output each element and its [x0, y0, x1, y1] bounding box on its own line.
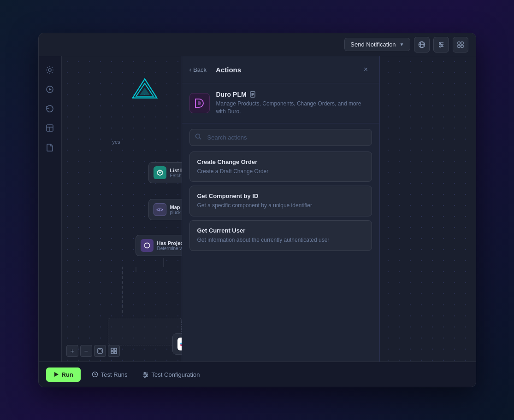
svg-rect-28: [114, 348, 117, 350]
sidebar: [39, 56, 62, 362]
svg-rect-11: [458, 45, 460, 47]
action-desc-create-change-order: Create a Draft Change Order: [197, 168, 364, 175]
zoom-add-button[interactable]: +: [66, 345, 78, 357]
svg-point-7: [441, 44, 443, 45]
search-input[interactable]: [189, 129, 372, 146]
sidebar-item-play[interactable]: [41, 81, 58, 98]
svg-point-37: [146, 374, 147, 376]
integration-desc: Manage Products, Components, Change Orde…: [216, 100, 372, 116]
document-icon: [46, 143, 54, 152]
svg-rect-27: [111, 348, 113, 350]
node-icon-map: </>: [154, 203, 166, 216]
node-icon-list: [154, 166, 166, 179]
sidebar-item-settings[interactable]: [41, 62, 58, 78]
integration-info: Duro PLM Manage Products, Components, Ch…: [216, 91, 372, 116]
document-badge-icon: [249, 91, 256, 98]
history-icon: [46, 105, 54, 113]
search-icon: [195, 134, 201, 141]
yes-label: yes: [112, 139, 120, 145]
search-box: [189, 129, 372, 146]
settings-icon: [46, 66, 54, 74]
plus-icon: +: [70, 347, 74, 355]
app-window: Send Notification ▼: [38, 33, 476, 387]
header: Send Notification ▼: [39, 33, 476, 56]
clock-icon: [92, 371, 98, 378]
integration-name-text: Duro PLM: [216, 91, 247, 98]
action-item-create-change-order[interactable]: Create Change Order Create a Draft Chang…: [189, 152, 372, 182]
logo-node: [117, 70, 172, 107]
svg-marker-15: [49, 88, 52, 91]
fit-icon: [97, 348, 103, 354]
svg-point-6: [439, 42, 441, 43]
globe-button[interactable]: [414, 37, 430, 52]
action-item-get-component[interactable]: Get Component by ID Get a specific compo…: [189, 186, 372, 216]
zoom-fit-button[interactable]: [94, 345, 106, 357]
app-logo: [131, 77, 159, 100]
search-svg: [195, 134, 201, 140]
grid-view-button[interactable]: [453, 37, 468, 52]
svg-point-36: [144, 373, 145, 374]
zoom-grid-button[interactable]: [108, 345, 120, 357]
svg-point-23: [195, 134, 200, 138]
bottom-toolbar: Run Test Runs Test Configuration: [39, 362, 476, 387]
close-icon: ×: [364, 65, 368, 74]
svg-rect-29: [111, 351, 113, 354]
grid-icon: [457, 41, 464, 48]
placeholder-box: [108, 318, 182, 345]
duro-logo-icon: [194, 97, 206, 109]
play-icon: [46, 85, 54, 93]
actions-panel: ‹ Back Actions ×: [182, 56, 380, 362]
run-button[interactable]: Run: [46, 368, 81, 382]
panel-title: Actions: [216, 66, 354, 74]
action-item-get-current-user[interactable]: Get Current User Get information about t…: [189, 220, 372, 251]
main-content: + A yes +: [39, 56, 476, 362]
svg-rect-12: [461, 45, 463, 47]
svg-point-13: [48, 69, 51, 71]
project-icon: [144, 242, 150, 249]
test-runs-button[interactable]: Test Runs: [88, 368, 131, 381]
notification-dropdown[interactable]: Send Notification ▼: [344, 38, 410, 51]
globe-icon: [418, 41, 425, 48]
config-sliders-icon: [142, 371, 149, 378]
svg-rect-10: [461, 42, 463, 44]
sidebar-item-document[interactable]: [41, 139, 58, 156]
grid-icon: [111, 348, 117, 354]
connector-dashed: [136, 267, 136, 272]
panel-close-button[interactable]: ×: [360, 64, 372, 76]
run-label: Run: [62, 371, 73, 378]
chevron-down-icon: ▼: [400, 42, 404, 47]
integration-name: Duro PLM: [216, 91, 372, 98]
dashed-line-left: [122, 267, 123, 313]
sidebar-item-grid[interactable]: [41, 120, 58, 136]
back-chevron-icon: ‹: [189, 66, 192, 73]
svg-marker-31: [54, 372, 59, 377]
back-button[interactable]: ‹ Back: [189, 66, 207, 73]
svg-rect-26: [99, 350, 101, 352]
sliders-button[interactable]: [433, 37, 449, 52]
back-label: Back: [193, 66, 207, 73]
integration-logo: [189, 93, 210, 113]
zoom-out-button[interactable]: −: [80, 345, 92, 357]
minus-icon: −: [84, 347, 88, 355]
action-title-get-current-user: Get Current User: [197, 227, 364, 234]
integration-header: Duro PLM Manage Products, Components, Ch…: [182, 83, 379, 123]
action-title-create-change-order: Create Change Order: [197, 158, 364, 165]
svg-line-24: [199, 138, 201, 140]
action-title-get-component: Get Component by ID: [197, 192, 364, 199]
sliders-icon: [437, 41, 445, 48]
list-icon: [157, 169, 163, 176]
workflow-canvas[interactable]: + A yes +: [62, 56, 476, 362]
svg-rect-25: [98, 349, 102, 353]
dropdown-label: Send Notification: [350, 41, 396, 48]
svg-rect-30: [114, 351, 117, 354]
panel-header: ‹ Back Actions ×: [182, 56, 379, 83]
action-desc-get-component: Get a specific component by a unique ide…: [197, 202, 364, 210]
test-config-label: Test Configuration: [152, 371, 200, 378]
run-play-icon: [53, 372, 59, 377]
svg-rect-9: [458, 42, 460, 44]
actions-list: Create Change Order Create a Draft Chang…: [182, 152, 379, 362]
test-config-button[interactable]: Test Configuration: [139, 368, 204, 381]
sidebar-item-history[interactable]: [41, 100, 58, 117]
zoom-controls: + −: [66, 345, 120, 357]
test-runs-label: Test Runs: [101, 371, 128, 378]
